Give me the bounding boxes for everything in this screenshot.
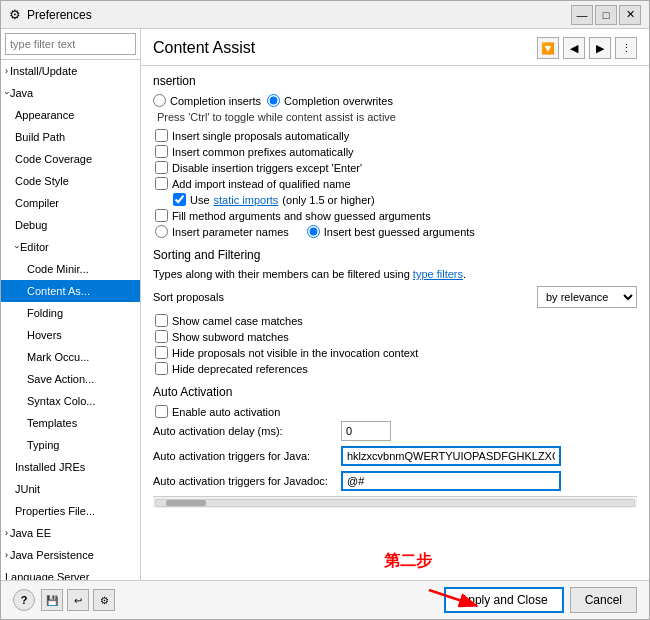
cb-hide-not-visible-input[interactable] [155,346,168,359]
tree-item-mark-occurrences[interactable]: Mark Occu... [1,346,140,368]
bottom-right-wrapper: 第二步 Apply and Close Cancel [444,587,637,613]
help-icon[interactable]: ? [13,589,35,611]
sort-proposals-select[interactable]: by relevance alphabetically [537,286,637,308]
apply-close-button[interactable]: Apply and Close [444,587,563,613]
completion-inserts-label[interactable]: Completion inserts [153,94,261,107]
close-button[interactable]: ✕ [619,5,641,25]
maximize-button[interactable]: □ [595,5,617,25]
cb-fill-method-args-input[interactable] [155,209,168,222]
tree-item-properties-file[interactable]: Properties File... [1,500,140,522]
completion-overwrites-label[interactable]: Completion overwrites [267,94,393,107]
type-filters-text: Types along with their members can be fi… [153,268,637,280]
cb-common-prefixes-input[interactable] [155,145,168,158]
cb-hide-deprecated-input[interactable] [155,362,168,375]
toolbar-btn-2[interactable]: ◀ [563,37,585,59]
cb-disable-triggers-input[interactable] [155,161,168,174]
bottom-right: Apply and Close Cancel [444,587,637,613]
auto-delay-input[interactable] [341,421,391,441]
restore-icon[interactable]: ↩ [67,589,89,611]
tree-item-language-server[interactable]: Language Server [1,566,140,580]
cb-fill-method-args: Fill method arguments and show guessed a… [153,209,637,222]
tree-item-appearance[interactable]: Appearance [1,104,140,126]
tree-item-code-coverage[interactable]: Code Coverage [1,148,140,170]
cb-camel-case: Show camel case matches [153,314,637,327]
cb-static-imports-input[interactable] [173,193,186,206]
panel-content: nsertion Completion inserts Completion o… [141,66,649,580]
cb-enable-auto-input[interactable] [155,405,168,418]
auto-triggers-javadoc-label: Auto activation triggers for Javadoc: [153,475,333,487]
tree-item-folding[interactable]: Folding [1,302,140,324]
insertion-section-title: nsertion [153,74,637,88]
cancel-button[interactable]: Cancel [570,587,637,613]
cb-disable-triggers: Disable insertion triggers except 'Enter… [153,161,637,174]
auto-triggers-java-row: Auto activation triggers for Java: 第一步 [153,446,637,466]
cb-common-prefixes: Insert common prefixes automatically [153,145,637,158]
auto-triggers-java-input[interactable] [341,446,561,466]
param-names-radio-row: Insert parameter names Insert best guess… [153,225,637,238]
cb-single-proposals-input[interactable] [155,129,168,142]
left-panel: › Install/Update › Java Appearance Build… [1,29,141,580]
cb-camel-case-input[interactable] [155,314,168,327]
panel-header: Content Assist 🔽 ◀ ▶ ⋮ [141,29,649,66]
tree-item-java[interactable]: › Java [1,82,140,104]
chevron-icon: › [5,62,8,80]
filter-input[interactable] [5,33,136,55]
insert-best-guess-radio[interactable] [307,225,320,238]
settings-icon[interactable]: ⚙ [93,589,115,611]
tree-item-editor[interactable]: › Editor [1,236,140,258]
tree-item-templates[interactable]: Templates [1,412,140,434]
cb-add-import: Add import instead of qualified name [153,177,637,190]
filter-box [1,29,140,60]
cb-static-imports: Use static imports (only 1.5 or higher) [153,193,637,206]
toolbar-btn-4[interactable]: ⋮ [615,37,637,59]
save-icon[interactable]: 💾 [41,589,63,611]
completion-radio-row: Completion inserts Completion overwrites [153,94,637,107]
radio-hint: Press 'Ctrl' to toggle while content ass… [153,111,637,123]
tree-item-syntax-coloring[interactable]: Syntax Colo... [1,390,140,412]
cb-subword: Show subword matches [153,330,637,343]
type-filters-link[interactable]: type filters [413,268,463,280]
sorting-section-title: Sorting and Filtering [153,248,637,262]
toolbar-btn-3[interactable]: ▶ [589,37,611,59]
tree-item-code-mining[interactable]: Code Minir... [1,258,140,280]
tree-item-java-ee[interactable]: › Java EE [1,522,140,544]
cb-single-proposals: Insert single proposals automatically [153,129,637,142]
auto-activation-title: Auto Activation [153,385,637,399]
tree-item-java-persistence[interactable]: › Java Persistence [1,544,140,566]
cb-add-import-input[interactable] [155,177,168,190]
completion-overwrites-radio[interactable] [267,94,280,107]
toolbar-btn-1[interactable]: 🔽 [537,37,559,59]
tree-item-debug[interactable]: Debug [1,214,140,236]
tree-item-save-actions[interactable]: Save Action... [1,368,140,390]
title-bar: ⚙ Preferences — □ ✕ [1,1,649,29]
tree-item-junit[interactable]: JUnit [1,478,140,500]
tree: › Install/Update › Java Appearance Build… [1,60,140,580]
insert-param-names-radio[interactable] [155,225,168,238]
window-icon: ⚙ [9,7,21,22]
chevron-icon: › [8,246,26,249]
insert-param-names-label[interactable]: Insert parameter names [155,225,289,238]
cb-subword-input[interactable] [155,330,168,343]
tree-item-content-assist[interactable]: Content As... [1,280,140,302]
insert-best-guess-label[interactable]: Insert best guessed arguments [307,225,475,238]
chevron-icon: › [1,92,16,95]
tree-item-code-style[interactable]: Code Style [1,170,140,192]
completion-inserts-radio[interactable] [153,94,166,107]
cb-hide-not-visible: Hide proposals not visible in the invoca… [153,346,637,359]
horizontal-scrollbar[interactable] [153,496,637,508]
preferences-window: ⚙ Preferences — □ ✕ › Install/Update [0,0,650,620]
tree-item-installed-jres[interactable]: Installed JREs [1,456,140,478]
cb-enable-auto: Enable auto activation [153,405,637,418]
scrollbar-track [155,499,635,507]
tree-item-hovers[interactable]: Hovers [1,324,140,346]
static-imports-link[interactable]: static imports [214,194,279,206]
tree-item-build-path[interactable]: Build Path [1,126,140,148]
panel-title: Content Assist [153,39,255,57]
tree-item-typing[interactable]: Typing [1,434,140,456]
minimize-button[interactable]: — [571,5,593,25]
title-controls: — □ ✕ [571,5,641,25]
auto-delay-row: Auto activation delay (ms): [153,421,637,441]
tree-item-compiler[interactable]: Compiler [1,192,140,214]
tree-item-install-update[interactable]: › Install/Update [1,60,140,82]
auto-triggers-javadoc-input[interactable] [341,471,561,491]
